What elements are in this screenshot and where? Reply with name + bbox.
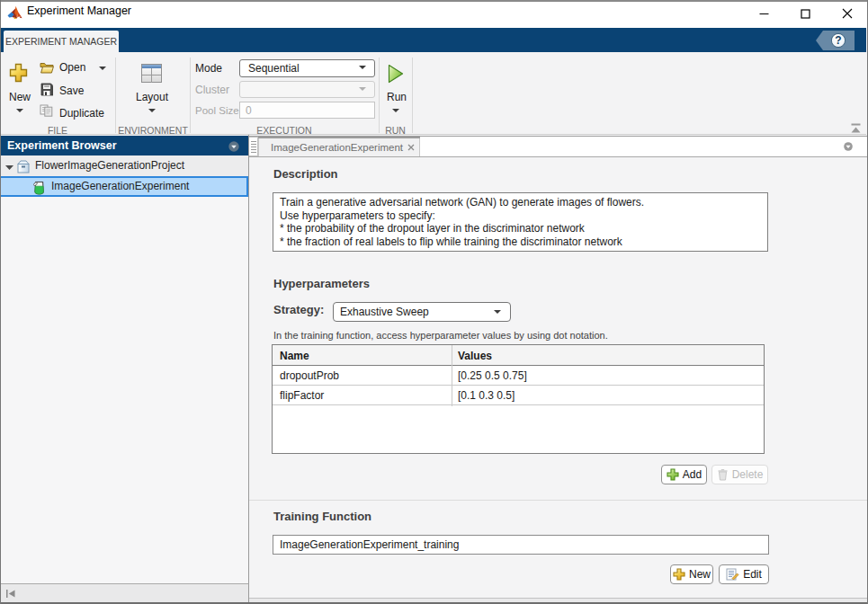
svg-text:?: ? xyxy=(835,34,841,47)
